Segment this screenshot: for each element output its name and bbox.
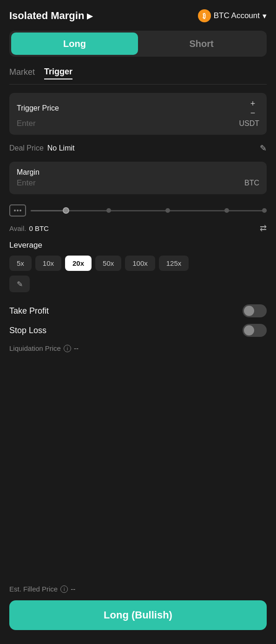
spacer	[9, 355, 267, 585]
leverage-10x[interactable]: 10x	[35, 256, 61, 271]
slider-track[interactable]	[31, 210, 267, 211]
long-short-tab-group: Long Short	[9, 31, 267, 57]
btc-icon: ₿	[198, 9, 211, 22]
deal-price-label: Deal Price	[9, 144, 44, 152]
leverage-20x[interactable]: 20x	[65, 256, 92, 271]
slider-dot-1	[14, 210, 16, 211]
slider-marker-1	[106, 208, 111, 213]
deal-price-value: No Limit	[47, 144, 75, 152]
trigger-price-box: Trigger Price + − Enter USDT	[9, 93, 267, 135]
leverage-custom-edit[interactable]: ✎	[9, 276, 30, 292]
header: Isolated Margin ▶ ₿ BTC Account ▾	[9, 9, 267, 22]
slider-dot-2	[17, 210, 19, 211]
available-label: Avail.	[9, 224, 26, 232]
margin-placeholder[interactable]: Enter	[17, 178, 36, 188]
take-profit-toggle[interactable]	[243, 304, 267, 317]
slider-icon	[9, 204, 26, 217]
slider-fill	[31, 210, 66, 211]
liquidation-info-icon[interactable]: i	[64, 345, 71, 352]
leverage-50x[interactable]: 50x	[95, 256, 121, 271]
deal-price-edit-icon[interactable]: ✎	[260, 143, 267, 153]
take-profit-label: Take Profit	[9, 306, 49, 316]
liquidation-price-value: --	[74, 344, 79, 352]
leverage-section: Leverage 5x 10x 20x 50x 100x 125x ✎	[9, 241, 267, 297]
order-type-tab-group: Market Trigger	[9, 67, 267, 79]
take-profit-row: Take Profit	[9, 304, 267, 317]
margin-type-arrow: ▶	[87, 12, 92, 20]
leverage-100x[interactable]: 100x	[125, 256, 155, 271]
est-filled-price-label: Est. Filled Price	[9, 585, 58, 593]
slider-thumb[interactable]	[63, 207, 69, 214]
account-dropdown-arrow: ▾	[263, 11, 267, 21]
slider-marker-3	[224, 208, 229, 213]
market-tab[interactable]: Market	[9, 67, 35, 79]
take-profit-knob	[244, 306, 254, 316]
trigger-price-placeholder[interactable]: Enter	[17, 119, 36, 128]
liquidation-price-label: Liquidation Price	[9, 344, 61, 352]
margin-label: Margin	[17, 168, 259, 177]
margin-box: Margin Enter BTC	[9, 162, 267, 194]
stop-loss-label: Stop Loss	[9, 326, 46, 335]
account-button[interactable]: ₿ BTC Account ▾	[198, 9, 267, 22]
account-label: BTC Account	[214, 11, 260, 20]
est-filled-price-row: Est. Filled Price i --	[9, 585, 267, 593]
transfer-icon[interactable]: ⇄	[260, 223, 267, 233]
pencil-icon: ✎	[17, 280, 23, 289]
stop-loss-toggle[interactable]	[243, 324, 267, 337]
trigger-price-label: Trigger Price	[17, 104, 59, 112]
margin-currency: BTC	[244, 179, 259, 187]
trigger-price-plus[interactable]: +	[246, 99, 259, 108]
margin-type[interactable]: Isolated Margin ▶	[9, 10, 92, 22]
short-tab[interactable]: Short	[138, 33, 265, 55]
stop-loss-knob	[244, 325, 254, 335]
slider-marker-4	[262, 208, 267, 213]
est-filled-info-icon[interactable]: i	[60, 585, 68, 593]
trigger-tab[interactable]: Trigger	[44, 67, 72, 79]
trading-panel: Isolated Margin ▶ ₿ BTC Account ▾ Long S…	[0, 0, 276, 644]
stop-loss-row: Stop Loss	[9, 324, 267, 337]
liquidation-price-row: Liquidation Price i --	[9, 344, 267, 352]
margin-type-label: Isolated Margin	[9, 10, 84, 22]
slider-marker-2	[165, 208, 170, 213]
slider-container	[9, 204, 267, 217]
leverage-buttons: 5x 10x 20x 50x 100x 125x	[9, 256, 267, 271]
available-value: 0 BTC	[29, 224, 260, 232]
long-tab[interactable]: Long	[11, 33, 138, 55]
leverage-label: Leverage	[9, 241, 267, 250]
toggle-section: Take Profit Stop Loss	[9, 304, 267, 337]
deal-price-row: Deal Price No Limit ✎	[9, 141, 267, 155]
submit-button[interactable]: Long (Bullish)	[9, 600, 267, 630]
trigger-price-minus[interactable]: −	[246, 109, 259, 117]
tab-divider	[9, 84, 267, 85]
leverage-5x[interactable]: 5x	[9, 256, 32, 271]
slider-dot-3	[20, 210, 21, 211]
est-filled-price-value: --	[71, 585, 75, 593]
trigger-price-controls: + −	[246, 99, 259, 117]
available-row: Avail. 0 BTC ⇄	[9, 223, 267, 233]
trigger-price-currency: USDT	[239, 119, 259, 128]
leverage-125x[interactable]: 125x	[159, 256, 189, 271]
